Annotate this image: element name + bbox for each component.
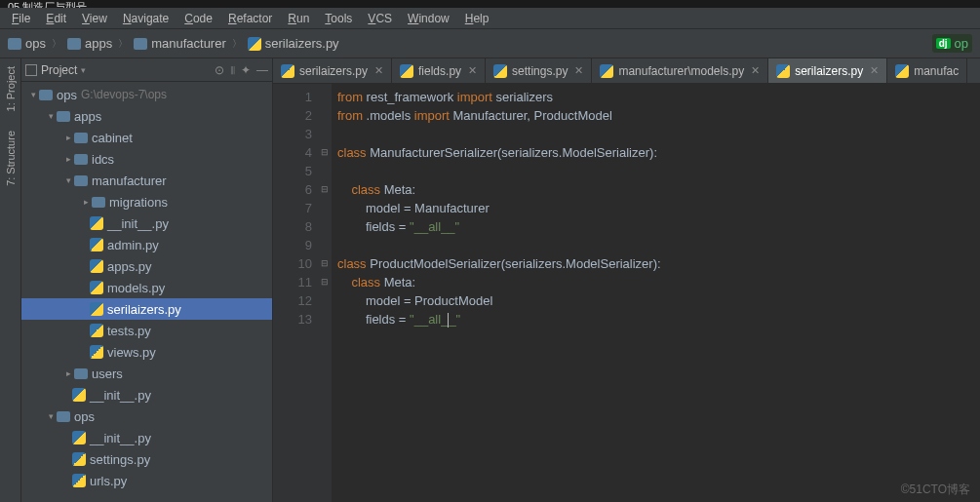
- tree-item[interactable]: settings.py: [21, 448, 272, 470]
- editor-area: serilaizers.py✕fields.py✕settings.py✕man…: [273, 58, 980, 502]
- tree-item[interactable]: ▾apps: [21, 105, 272, 127]
- line-number: 7: [273, 199, 312, 217]
- code-content[interactable]: from rest_framework import serializersfr…: [332, 84, 980, 502]
- editor-tab[interactable]: manufacturer\models.py✕: [592, 58, 768, 83]
- code-line[interactable]: model = Manufacturer: [337, 199, 980, 217]
- fold-marker: [318, 199, 332, 217]
- code-line[interactable]: fields = "__all__": [337, 310, 980, 328]
- fold-column[interactable]: ⊟⊟⊟⊟: [318, 84, 332, 502]
- left-tool-strip: 1: Project7: Structure: [0, 58, 21, 502]
- python-file-icon: [400, 64, 413, 78]
- tree-item[interactable]: tests.py: [21, 320, 272, 341]
- menu-tools[interactable]: Tools: [319, 10, 358, 27]
- settings-icon[interactable]: ✦: [241, 63, 251, 77]
- code-line[interactable]: fields = "__all__": [337, 217, 980, 236]
- window-title: 05 制造厂与型号: [0, 0, 980, 8]
- close-icon[interactable]: ✕: [574, 64, 583, 77]
- tree-item[interactable]: serilaizers.py: [21, 298, 272, 320]
- tree-item[interactable]: ▸idcs: [21, 148, 272, 170]
- breadcrumb-item[interactable]: ops: [8, 36, 46, 51]
- tree-item[interactable]: ▾opsG:\devops-7\ops: [21, 84, 272, 105]
- editor-body[interactable]: 12345678910111213 ⊟⊟⊟⊟ from rest_framewo…: [273, 84, 980, 502]
- tree-item[interactable]: __init__.py: [21, 384, 272, 405]
- tree-item[interactable]: apps.py: [21, 255, 272, 277]
- menu-bar: FileEditViewNavigateCodeRefactorRunTools…: [0, 8, 980, 29]
- code-line[interactable]: class Meta:: [337, 180, 980, 199]
- tree-item[interactable]: __init__.py: [21, 427, 272, 448]
- code-line[interactable]: class ProductModelSerializer(serializers…: [337, 254, 980, 273]
- menu-file[interactable]: File: [6, 10, 36, 27]
- dropdown-icon[interactable]: ▾: [81, 65, 86, 75]
- close-icon[interactable]: ✕: [870, 64, 879, 77]
- fold-marker: [318, 217, 332, 236]
- tree-item[interactable]: urls.py: [21, 470, 272, 491]
- close-icon[interactable]: ✕: [751, 64, 760, 77]
- line-number: 9: [273, 236, 312, 254]
- breadcrumb-item[interactable]: manufacturer: [134, 36, 226, 51]
- tab-label: manufac: [914, 64, 959, 78]
- code-line[interactable]: [337, 236, 980, 254]
- project-title[interactable]: Project: [41, 63, 77, 77]
- expand-arrow-icon[interactable]: ▸: [64, 133, 72, 142]
- tree-item[interactable]: models.py: [21, 277, 272, 298]
- expand-arrow-icon[interactable]: ▾: [64, 175, 72, 185]
- scroll-icon[interactable]: ⫴: [230, 63, 235, 77]
- tool-window-button[interactable]: 1: Project: [5, 62, 17, 115]
- close-icon[interactable]: ✕: [374, 64, 383, 77]
- menu-window[interactable]: Window: [402, 10, 455, 27]
- breadcrumb-label: apps: [85, 36, 112, 51]
- fold-marker[interactable]: ⊟: [318, 180, 332, 199]
- tree-item[interactable]: admin.py: [21, 234, 272, 255]
- fold-marker[interactable]: ⊟: [318, 254, 332, 273]
- folder-icon: [134, 38, 147, 50]
- fold-marker[interactable]: ⊟: [318, 273, 332, 291]
- menu-code[interactable]: Code: [178, 10, 218, 27]
- menu-navigate[interactable]: Navigate: [117, 10, 175, 27]
- python-file-icon: [248, 37, 261, 51]
- tree-item[interactable]: ▸migrations: [21, 191, 272, 212]
- tree-item[interactable]: ▸users: [21, 363, 272, 384]
- editor-tab[interactable]: fields.py✕: [392, 58, 486, 83]
- django-icon: dj: [936, 38, 951, 49]
- right-tool-badge[interactable]: dj op: [932, 34, 972, 53]
- menu-refactor[interactable]: Refactor: [222, 10, 278, 27]
- tree-item[interactable]: ▸cabinet: [21, 127, 272, 148]
- menu-run[interactable]: Run: [282, 10, 315, 27]
- expand-arrow-icon[interactable]: ▾: [47, 111, 55, 121]
- breadcrumb-label: ops: [25, 36, 46, 51]
- tree-item[interactable]: ▾manufacturer: [21, 170, 272, 191]
- code-line[interactable]: class ManufacturerSerializer(serializers…: [337, 143, 980, 162]
- code-line[interactable]: [337, 125, 980, 143]
- editor-tab[interactable]: serilaizers.py✕: [273, 58, 392, 83]
- collapse-icon[interactable]: ⊙: [215, 63, 224, 77]
- expand-arrow-icon[interactable]: ▾: [47, 411, 55, 421]
- code-line[interactable]: class Meta:: [337, 273, 980, 291]
- menu-help[interactable]: Help: [459, 10, 495, 27]
- tree-item[interactable]: __init__.py: [21, 212, 272, 234]
- menu-vcs[interactable]: VCS: [362, 10, 398, 27]
- tool-window-button[interactable]: 7: Structure: [5, 127, 17, 190]
- breadcrumb-item[interactable]: serilaizers.py: [248, 36, 339, 51]
- menu-view[interactable]: View: [76, 10, 113, 27]
- code-line[interactable]: from .models import Manufacturer, Produc…: [337, 106, 980, 125]
- expand-arrow-icon[interactable]: ▸: [64, 368, 72, 378]
- code-line[interactable]: [337, 162, 980, 180]
- close-icon[interactable]: ✕: [468, 64, 477, 77]
- editor-tab[interactable]: settings.py✕: [486, 58, 592, 83]
- expand-arrow-icon[interactable]: ▾: [29, 90, 37, 99]
- fold-marker[interactable]: ⊟: [318, 143, 332, 162]
- breadcrumb-item[interactable]: apps: [67, 36, 112, 51]
- tab-label: fields.py: [418, 64, 461, 78]
- tree-item[interactable]: ▾ops: [21, 405, 272, 427]
- project-tree[interactable]: ▾opsG:\devops-7\ops▾apps▸cabinet▸idcs▾ma…: [21, 82, 272, 502]
- code-line[interactable]: model = ProductModel: [337, 291, 980, 310]
- menu-edit[interactable]: Edit: [40, 10, 72, 27]
- editor-tab[interactable]: serilaizers.py✕: [768, 58, 887, 83]
- hide-icon[interactable]: —: [256, 63, 268, 77]
- line-number: 4: [273, 143, 312, 162]
- expand-arrow-icon[interactable]: ▸: [64, 154, 72, 164]
- editor-tab[interactable]: manufac: [887, 58, 967, 83]
- expand-arrow-icon[interactable]: ▸: [82, 197, 90, 207]
- code-line[interactable]: from rest_framework import serializers: [337, 88, 980, 106]
- tree-item[interactable]: views.py: [21, 341, 272, 363]
